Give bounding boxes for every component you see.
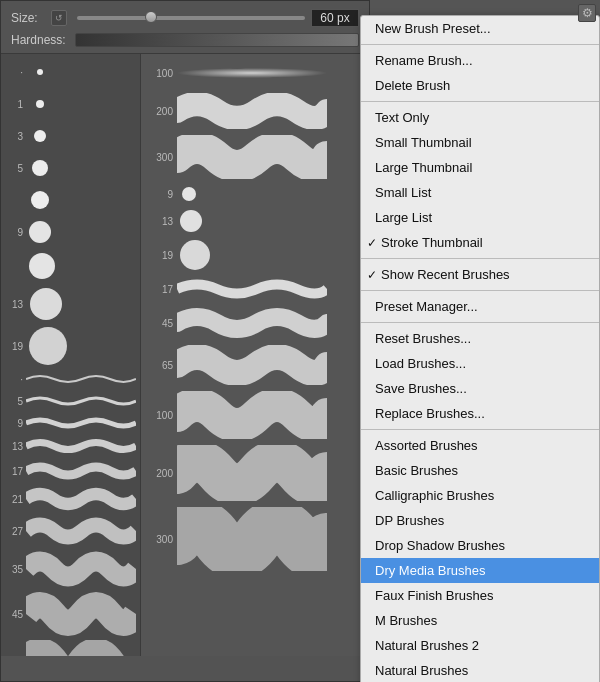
list-item[interactable]: 13 — [1, 284, 140, 324]
list-item[interactable]: 5 — [1, 390, 140, 412]
svg-point-4 — [31, 191, 49, 209]
menu-item[interactable]: Save Brushes... — [361, 376, 599, 401]
list-item[interactable]: 13 — [1, 434, 140, 458]
list-item[interactable]: 19 — [1, 324, 140, 368]
size-input[interactable]: 60 px — [311, 9, 359, 27]
menu-item-label: Delete Brush — [375, 78, 585, 93]
menu-item[interactable]: Drop Shadow Brushes — [361, 533, 599, 558]
list-item[interactable]: 45 — [1, 590, 140, 638]
list-item[interactable]: 200 — [141, 90, 369, 132]
menu-item-label: M Brushes — [375, 613, 585, 628]
menu-item[interactable]: Small Thumbnail — [361, 130, 599, 155]
menu-item-label: Large List — [375, 210, 585, 225]
list-item[interactable]: 5 — [1, 152, 140, 184]
list-item[interactable]: 21 — [1, 484, 140, 514]
list-item[interactable] — [1, 184, 140, 216]
svg-point-3 — [32, 160, 48, 176]
list-item[interactable]: 300 — [141, 504, 369, 574]
menu-item[interactable]: Delete Brush — [361, 73, 599, 98]
hardness-slider[interactable] — [75, 33, 359, 47]
list-item[interactable] — [1, 248, 140, 284]
menu-item-label: Small List — [375, 185, 585, 200]
menu-separator — [361, 258, 599, 259]
svg-point-8 — [29, 327, 67, 365]
menu-item[interactable]: Large Thumbnail — [361, 155, 599, 180]
list-item[interactable]: 9 — [141, 182, 369, 206]
hardness-label: Hardness: — [11, 33, 71, 47]
menu-item[interactable]: Rename Brush... — [361, 48, 599, 73]
svg-point-6 — [29, 253, 55, 279]
list-item[interactable]: · — [1, 368, 140, 390]
menu-check: ✓ — [367, 268, 381, 282]
list-item[interactable]: 19 — [141, 236, 369, 274]
menu-item[interactable]: New Brush Preset... — [361, 16, 599, 41]
list-item[interactable]: 9 — [1, 216, 140, 248]
menu-item-label: Text Only — [375, 110, 585, 125]
menu-item[interactable]: ✓Show Recent Brushes — [361, 262, 599, 287]
menu-check: ✓ — [367, 236, 381, 250]
gear-button[interactable]: ⚙ — [578, 4, 596, 22]
top-controls: Size: ↺ 60 px Hardness: — [1, 1, 369, 54]
list-item[interactable]: 65 — [141, 342, 369, 388]
menu-item[interactable]: Dry Media Brushes — [361, 558, 599, 583]
svg-point-9 — [182, 187, 196, 201]
reset-icon[interactable]: ↺ — [51, 10, 67, 26]
size-label: Size: — [11, 11, 51, 25]
menu-item-label: Preset Manager... — [375, 299, 585, 314]
menu-item-label: Assorted Brushes — [375, 438, 585, 453]
menu-item[interactable]: Calligraphic Brushes — [361, 483, 599, 508]
menu-item-label: Rename Brush... — [375, 53, 585, 68]
menu-item[interactable]: Assorted Brushes — [361, 433, 599, 458]
list-item[interactable]: 27 — [1, 514, 140, 548]
list-item[interactable]: 17 — [1, 458, 140, 484]
list-item[interactable]: 100 — [141, 388, 369, 442]
menu-item[interactable]: Natural Brushes 2 — [361, 633, 599, 658]
menu-separator — [361, 322, 599, 323]
list-item[interactable]: · — [1, 56, 140, 88]
menu-item-label: New Brush Preset... — [375, 21, 585, 36]
list-item[interactable]: 65 — [1, 638, 140, 656]
menu-item-label: Reset Brushes... — [375, 331, 585, 346]
list-item[interactable]: 45 — [141, 304, 369, 342]
hardness-row: Hardness: — [11, 33, 359, 47]
menu-separator — [361, 101, 599, 102]
menu-item[interactable]: DP Brushes — [361, 508, 599, 533]
list-item[interactable]: 17 — [141, 274, 369, 304]
list-item[interactable]: 3 — [1, 120, 140, 152]
list-item[interactable]: 300 — [141, 132, 369, 182]
menu-item-label: Calligraphic Brushes — [375, 488, 585, 503]
menu-item[interactable]: Large List — [361, 205, 599, 230]
menu-item-label: DP Brushes — [375, 513, 585, 528]
brush-col-right: 100 200 300 9 13 19 — [141, 54, 369, 656]
menu-separator — [361, 290, 599, 291]
list-item[interactable]: 13 — [141, 206, 369, 236]
menu-item-label: Faux Finish Brushes — [375, 588, 585, 603]
menu-item[interactable]: M Brushes — [361, 608, 599, 633]
menu-item[interactable]: Text Only — [361, 105, 599, 130]
menu-item[interactable]: Preset Manager... — [361, 294, 599, 319]
size-slider[interactable] — [77, 16, 305, 20]
svg-point-1 — [36, 100, 44, 108]
size-row: Size: ↺ 60 px — [11, 9, 359, 27]
menu-item-label: Save Brushes... — [375, 381, 585, 396]
list-item[interactable]: 1 — [1, 88, 140, 120]
menu-item[interactable]: Replace Brushes... — [361, 401, 599, 426]
brush-col-left: · 1 3 5 9 — [1, 54, 141, 656]
list-item[interactable]: 35 — [1, 548, 140, 590]
menu-item-label: Natural Brushes 2 — [375, 638, 585, 653]
menu-item[interactable]: ✓Stroke Thumbnail — [361, 230, 599, 255]
menu-item[interactable]: Small List — [361, 180, 599, 205]
menu-item[interactable]: Natural Brushes — [361, 658, 599, 682]
menu-item-label: Natural Brushes — [375, 663, 585, 678]
menu-item[interactable]: Load Brushes... — [361, 351, 599, 376]
menu-item-label: Dry Media Brushes — [375, 563, 585, 578]
menu-item[interactable]: Reset Brushes... — [361, 326, 599, 351]
menu-item[interactable]: Faux Finish Brushes — [361, 583, 599, 608]
svg-point-5 — [29, 221, 51, 243]
list-item[interactable]: 200 — [141, 442, 369, 504]
menu-item-label: Load Brushes... — [375, 356, 585, 371]
list-item[interactable]: 9 — [1, 412, 140, 434]
menu-item[interactable]: Basic Brushes — [361, 458, 599, 483]
size-slider-thumb[interactable] — [145, 11, 157, 23]
list-item[interactable]: 100 — [141, 56, 369, 90]
